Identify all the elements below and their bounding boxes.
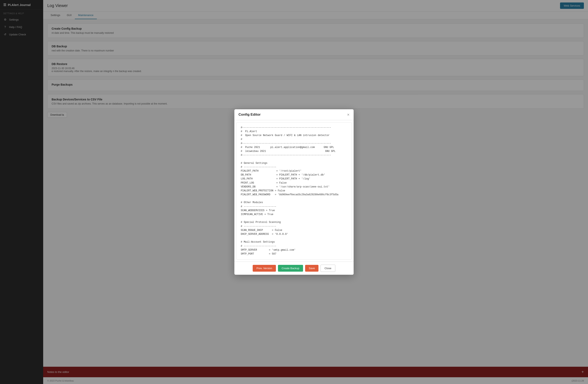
modal-close-button[interactable]: × [347, 113, 350, 117]
config-editor-content[interactable]: #---------------------------------------… [236, 122, 352, 259]
modal-footer: Prev. Version Create Backup Save Close [234, 262, 354, 275]
modal-title: Config Editor [238, 113, 261, 117]
modal-overlay: Config Editor × #-----------------------… [0, 0, 588, 384]
prev-version-button[interactable]: Prev. Version [253, 265, 276, 272]
close-button[interactable]: Close [320, 265, 335, 272]
config-editor-modal: Config Editor × #-----------------------… [234, 109, 354, 275]
save-button[interactable]: Save [305, 265, 319, 272]
create-backup-button[interactable]: Create Backup [278, 265, 303, 272]
modal-header: Config Editor × [234, 109, 354, 120]
modal-body[interactable]: #---------------------------------------… [234, 120, 354, 262]
